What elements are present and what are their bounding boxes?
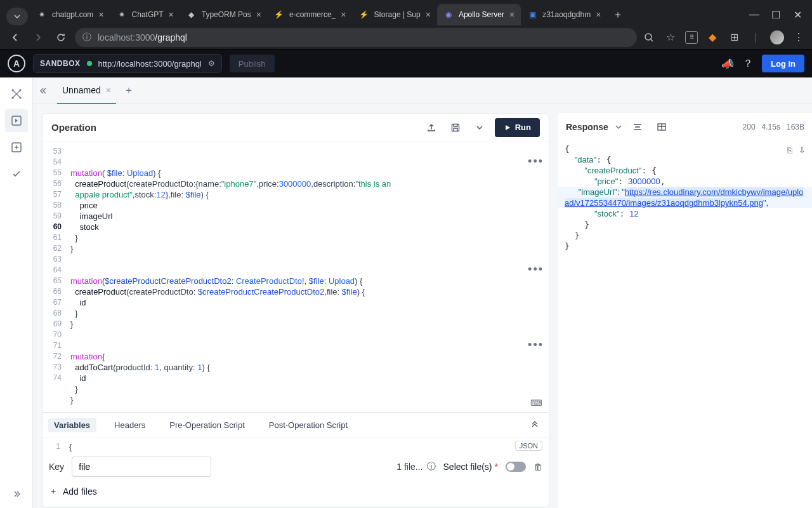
select-files-button[interactable]: Select file(s) * bbox=[443, 462, 498, 472]
url-path: /graphql bbox=[155, 32, 187, 43]
reload-button[interactable] bbox=[52, 29, 70, 46]
window-controls: ― ☐ ✕ bbox=[743, 4, 808, 25]
tab-typeorm[interactable]: ◆TypeORM Pos× bbox=[180, 4, 268, 25]
operation-dropdown-icon[interactable] bbox=[471, 119, 488, 137]
bookmark-icon[interactable]: ☆ bbox=[664, 30, 678, 44]
site-info-icon[interactable]: ⓘ bbox=[82, 32, 91, 43]
operation-actions-icon[interactable]: ••• bbox=[528, 264, 544, 275]
tab-variables[interactable]: Variables bbox=[48, 418, 96, 432]
sandbox-endpoint[interactable]: SANDBOX http://localhost:3000/graphql ⚙ bbox=[33, 54, 222, 73]
minimize-button[interactable]: ― bbox=[743, 4, 765, 25]
svg-point-1 bbox=[11, 90, 13, 91]
add-files-button[interactable]: ＋Add files bbox=[49, 482, 542, 501]
announcement-icon[interactable]: 📣 bbox=[721, 58, 734, 70]
svg-point-4 bbox=[19, 97, 21, 99]
new-tab-button[interactable]: ＋ bbox=[607, 4, 629, 25]
variables-body[interactable]: JSON 1{ Key 1 file... ⓘ Select file(s) *… bbox=[43, 438, 549, 507]
menu-icon[interactable]: ⋮ bbox=[792, 30, 806, 44]
close-icon[interactable]: × bbox=[106, 85, 111, 95]
tab-cloudinary-image[interactable]: ▣z31aoqdgdhm× bbox=[521, 4, 607, 25]
apollo-logo-icon[interactable]: A bbox=[8, 55, 25, 72]
explorer-icon[interactable] bbox=[5, 109, 28, 132]
operation-editor[interactable]: 53 54 55 56 57 58 59 60 61 62 63 64 65 6… bbox=[43, 142, 549, 412]
tab-headers[interactable]: Headers bbox=[108, 418, 152, 432]
endpoint-url: http://localhost:3000/graphql bbox=[98, 59, 202, 69]
extensions-icon[interactable]: ⊞ bbox=[727, 30, 741, 44]
close-icon[interactable]: × bbox=[98, 10, 103, 20]
close-icon[interactable]: × bbox=[169, 10, 174, 20]
tab-storage[interactable]: ⚡Storage | Sup× bbox=[353, 4, 437, 25]
tab-chatgpt[interactable]: ✷ChatGPT× bbox=[110, 4, 180, 25]
close-icon[interactable]: × bbox=[596, 10, 601, 20]
play-icon bbox=[504, 124, 511, 131]
maximize-button[interactable]: ☐ bbox=[765, 4, 787, 25]
expand-rail-icon[interactable] bbox=[5, 485, 28, 508]
download-icon[interactable]: ⇩ bbox=[799, 145, 806, 156]
tab-title: e-commerce_ bbox=[289, 10, 336, 19]
document-tab-label: Unnamed bbox=[62, 85, 101, 95]
tab-post-script[interactable]: Post-Operation Script bbox=[263, 418, 354, 432]
operation-actions-icon[interactable]: ••• bbox=[528, 340, 544, 351]
metamask-icon[interactable]: ◆ bbox=[705, 30, 719, 44]
share-icon[interactable] bbox=[422, 119, 440, 137]
table-view-icon[interactable] bbox=[653, 118, 671, 136]
save-icon[interactable] bbox=[447, 119, 464, 137]
main-area: Unnamed × ＋ Operation Run bbox=[33, 77, 812, 508]
status-dot-icon bbox=[87, 61, 92, 66]
tabs-dropdown[interactable] bbox=[6, 8, 28, 25]
close-icon[interactable]: × bbox=[426, 10, 431, 20]
close-icon[interactable]: × bbox=[341, 10, 346, 20]
back-button[interactable] bbox=[6, 29, 24, 46]
format-icon[interactable] bbox=[629, 118, 646, 136]
gear-icon[interactable]: ⚙ bbox=[208, 59, 215, 68]
key-label: Key bbox=[49, 462, 64, 472]
new-document-button[interactable]: ＋ bbox=[124, 84, 134, 97]
collapse-variables-icon[interactable] bbox=[526, 417, 544, 434]
copy-icon[interactable]: ⎘ bbox=[787, 145, 792, 156]
document-tab-unnamed[interactable]: Unnamed × bbox=[57, 77, 116, 104]
response-header: Response 200 4.15s 163B bbox=[558, 113, 812, 141]
tab-pre-script[interactable]: Pre-Operation Script bbox=[163, 418, 251, 432]
response-size: 163B bbox=[787, 123, 804, 131]
checks-icon[interactable] bbox=[5, 163, 28, 185]
tab-ecommerce[interactable]: ⚡e-commerce_× bbox=[268, 4, 353, 25]
run-button[interactable]: Run bbox=[495, 118, 540, 137]
profile-avatar[interactable] bbox=[770, 30, 784, 44]
tab-apollo-server[interactable]: ◉Apollo Server× bbox=[437, 4, 521, 25]
variables-tabs: Variables Headers Pre-Operation Script P… bbox=[43, 413, 549, 438]
help-icon[interactable]: ？ bbox=[743, 57, 753, 70]
code-area[interactable]: ••• mutation( $file: Upload) { createPro… bbox=[65, 142, 549, 412]
forward-button[interactable] bbox=[29, 29, 47, 46]
favicon-icon: ⚡ bbox=[359, 10, 369, 20]
file-count: 1 file... ⓘ bbox=[396, 461, 435, 472]
trash-icon[interactable]: 🗑 bbox=[534, 462, 542, 472]
favicon-icon: ◆ bbox=[187, 10, 197, 20]
chevron-down-icon[interactable] bbox=[615, 123, 622, 131]
svg-point-2 bbox=[19, 90, 21, 91]
login-button[interactable]: Log in bbox=[762, 55, 804, 72]
close-icon[interactable]: × bbox=[509, 10, 514, 20]
response-panel: Response 200 4.15s 163B ⎘⇩{ "data": { "c… bbox=[558, 113, 812, 508]
response-body[interactable]: ⎘⇩{ "data": { "createProduct": { "price"… bbox=[558, 141, 812, 508]
file-toggle[interactable] bbox=[506, 462, 526, 472]
publish-button[interactable]: Publish bbox=[230, 55, 275, 72]
close-icon[interactable]: × bbox=[256, 10, 261, 20]
favicon-icon: ◉ bbox=[443, 10, 454, 20]
close-window-button[interactable]: ✕ bbox=[787, 4, 808, 25]
key-input[interactable] bbox=[72, 457, 211, 477]
operation-actions-icon[interactable]: ••• bbox=[528, 156, 544, 167]
zoom-icon[interactable] bbox=[642, 30, 656, 44]
info-icon[interactable]: ⓘ bbox=[427, 461, 436, 472]
collapse-docs-icon[interactable] bbox=[39, 86, 49, 96]
response-meta: 200 4.15s 163B bbox=[743, 123, 804, 131]
svg-point-3 bbox=[11, 97, 13, 99]
translate-icon[interactable]: ⠿ bbox=[685, 31, 698, 44]
diff-icon[interactable] bbox=[5, 136, 28, 159]
url-input[interactable]: ⓘ localhost:3000/graphql bbox=[75, 28, 637, 47]
tab-chatgpt-com[interactable]: ✷chatgpt.com× bbox=[30, 4, 110, 25]
toolbar-icons: ☆ ⠿ ◆ ⊞ | ⋮ bbox=[642, 30, 806, 44]
json-mode-badge[interactable]: JSON bbox=[515, 441, 542, 451]
schema-icon[interactable] bbox=[5, 83, 28, 105]
keyboard-shortcuts-icon[interactable]: ⌨ bbox=[530, 398, 542, 408]
tab-title: z31aoqdgdhm bbox=[542, 10, 591, 19]
